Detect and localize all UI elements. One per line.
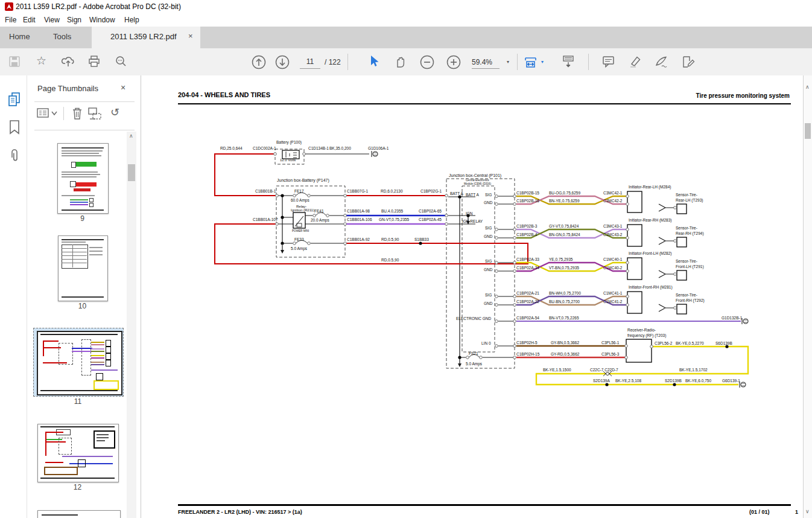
pin-label: GND	[484, 201, 492, 205]
wire-label: RD,25.0,644	[220, 147, 243, 151]
component-label: Initiator-Rear-LH (M284)	[629, 185, 671, 190]
attachments-icon[interactable]	[8, 148, 21, 165]
thumbnail-selection[interactable]	[33, 328, 124, 397]
component-label: Junction box-Central (P101)	[449, 173, 501, 177]
zoom-in-icon[interactable]	[446, 55, 461, 69]
document-scrollbar[interactable]: ∧ ∨	[803, 75, 812, 518]
menu-edit[interactable]: Edit	[23, 16, 36, 24]
connector-label: C1BP02H-15	[516, 353, 539, 357]
zoom-level-dropdown[interactable]: 59.4%	[472, 58, 500, 69]
splice-label: S2D139A	[593, 379, 610, 383]
tab-document[interactable]: 2011 L359 LR2.pdf ×	[92, 27, 200, 48]
previous-page-icon[interactable]	[252, 55, 266, 69]
page-thumbnails-icon[interactable]	[7, 92, 22, 109]
menu-sign[interactable]: Sign	[67, 16, 81, 24]
connector-label: C1BP02H-5	[516, 341, 538, 345]
highlight-icon[interactable]	[629, 55, 643, 69]
connector-label: C1MC40-2	[603, 266, 622, 270]
component-label: Sensor-Tire-	[676, 226, 697, 231]
scroll-down-icon[interactable]: ∨	[805, 508, 810, 514]
thumbnail-options-icon[interactable]	[37, 107, 59, 120]
pin-label: SIG	[485, 260, 492, 264]
component-sub-label: POWER MINI	[292, 230, 309, 233]
tab-home[interactable]: Home	[9, 32, 30, 41]
value-label: 12.0 Volts	[280, 158, 296, 162]
panel-divider	[34, 130, 135, 130]
thumbnail-page-12[interactable]	[37, 424, 119, 482]
doc-footer-rule	[178, 504, 791, 506]
wire-label: RD,0.5,90	[381, 258, 399, 263]
menu-help[interactable]: Help	[124, 16, 139, 24]
connector-label: C3PL56-1	[601, 341, 619, 345]
thumbnail-label-12[interactable]: 12	[37, 483, 118, 491]
page-number-input[interactable]: 11	[300, 56, 320, 69]
panel-scroll-up-icon[interactable]: ∧	[129, 133, 133, 139]
next-page-icon[interactable]	[275, 55, 290, 69]
edit-pdf-icon[interactable]	[681, 55, 696, 69]
wire-label: BK-YE,0.5,2270	[676, 342, 704, 346]
hand-tool-icon[interactable]	[394, 55, 407, 69]
doc-footer-page: 1	[795, 509, 798, 515]
thumbnail-page-11[interactable]	[37, 331, 122, 395]
thumbnail-page-10[interactable]	[58, 235, 108, 301]
connector-label: C1BP02A-54	[516, 316, 539, 321]
thumbnail-page-13[interactable]	[37, 510, 121, 518]
thumbnail-label-9[interactable]: 9	[57, 214, 107, 223]
document-viewer[interactable]	[141, 75, 803, 518]
sidebar-rail	[0, 75, 27, 518]
tab-tools[interactable]: Tools	[53, 32, 71, 41]
scrolling-mode-icon[interactable]	[561, 55, 576, 69]
tab-close-icon[interactable]: ×	[188, 31, 193, 40]
thumbnail-page-9[interactable]	[57, 143, 109, 214]
zoom-out-icon[interactable]	[420, 55, 434, 69]
panel-tool-separator	[63, 107, 64, 120]
document-scrollbar-thumb[interactable]	[805, 123, 811, 139]
pin-label: GND	[484, 268, 492, 272]
panel-close-icon[interactable]: ×	[121, 83, 125, 92]
comment-icon[interactable]	[601, 55, 615, 69]
splice-label: S2D139B	[665, 379, 682, 383]
panel-scrollbar[interactable]: ∧	[127, 132, 136, 518]
select-tool-icon[interactable]	[369, 55, 381, 69]
scroll-up-icon[interactable]: ∧	[805, 84, 810, 90]
share-cloud-icon[interactable]	[62, 55, 75, 68]
rotate-page-icon[interactable]: ↺	[110, 106, 119, 119]
pin-label: GND	[484, 235, 492, 239]
window-title: 2011 L359 LR2.pdf - Adobe Acrobat Pro DC…	[16, 2, 181, 11]
menu-file[interactable]: File	[5, 16, 16, 24]
connector-label: C1BB07G-1	[347, 190, 368, 194]
bookmarks-icon[interactable]	[8, 120, 21, 135]
wire-label: BK-YE,1.5,1500	[543, 368, 571, 373]
wire-label: BN-WH,0.75,2700	[549, 292, 581, 296]
component-label: Central Electronics	[466, 179, 489, 182]
fit-caret-icon[interactable]: ▾	[541, 59, 544, 65]
panel-scrollbar-thumb[interactable]	[128, 164, 135, 181]
component-label: Sensor-Tire-	[676, 193, 697, 197]
fuse-label: FE17	[294, 190, 304, 194]
connector-label: C1BP02B-15	[516, 191, 539, 196]
save-icon[interactable]	[8, 55, 21, 68]
search-icon[interactable]	[115, 55, 128, 68]
connector-label: C1MC41-1	[603, 292, 622, 296]
fill-sign-icon[interactable]	[655, 55, 669, 69]
thumbnail-label-11[interactable]: 11	[33, 397, 122, 406]
fit-width-icon[interactable]	[524, 55, 538, 69]
connector-label: C1BP02A-45	[419, 218, 442, 222]
panel-title: Page Thumbnails	[37, 84, 98, 93]
wire-label: BU,4.0,2355	[381, 209, 403, 214]
zoom-caret-icon[interactable]: ▾	[507, 59, 509, 65]
menu-view[interactable]: View	[44, 16, 60, 24]
fuse-rating-label: 5.0 Amps	[291, 247, 307, 251]
delete-page-icon[interactable]	[71, 106, 84, 121]
print-icon[interactable]	[87, 55, 101, 68]
connector-label: C22C-7 C22D-7	[590, 368, 618, 373]
wire-label: BN-GN,0.75,8424	[549, 233, 580, 237]
connector-label: C1DC002A-1	[253, 147, 276, 151]
thumbnail-label-10[interactable]: 10	[58, 302, 107, 310]
pin-label: BATT A	[466, 193, 479, 197]
menu-window[interactable]: Window	[89, 16, 115, 24]
tab-document-label: 2011 L359 LR2.pdf	[110, 32, 177, 41]
favorites-star-icon[interactable]: ☆	[36, 54, 46, 68]
extract-page-icon[interactable]	[87, 106, 103, 121]
connector-label: C1D134B-1	[308, 147, 329, 151]
